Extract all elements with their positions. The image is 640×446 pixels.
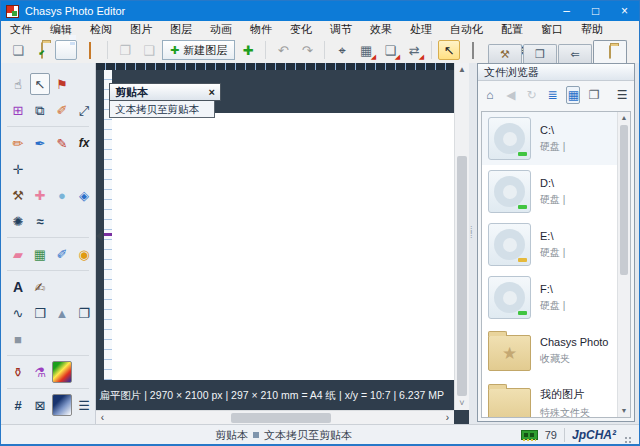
document-page[interactable] <box>112 113 454 380</box>
clone-stamp-tool[interactable]: ⚒ <box>8 184 28 206</box>
new-layer-button[interactable]: 新建图层 <box>162 40 235 60</box>
list-item-drive-e[interactable]: E:\ 硬盘 | <box>482 218 617 271</box>
scroll-left-icon[interactable] <box>96 411 109 424</box>
list-view-button[interactable] <box>546 86 560 104</box>
smudge-tool[interactable]: ≈ <box>30 210 50 232</box>
menu-adjust[interactable]: 调节 <box>321 21 361 37</box>
back-button[interactable] <box>504 86 518 104</box>
home-button[interactable] <box>483 86 497 104</box>
paste-button[interactable] <box>138 40 160 60</box>
float-tab-close-icon[interactable]: × <box>209 86 215 98</box>
fx-brush-tool[interactable]: fx <box>74 132 94 154</box>
horizontal-scroll-thumb[interactable] <box>231 413 331 423</box>
preview-mode-button[interactable] <box>462 40 484 60</box>
smart-eraser-tool[interactable]: ▦ <box>30 243 50 265</box>
shape-ellipse-tool[interactable]: ❐ <box>74 302 94 324</box>
heal-tool[interactable]: ✚ <box>30 184 50 206</box>
splash-tool[interactable]: ✺ <box>8 210 28 232</box>
menu-object[interactable]: 物件 <box>241 21 281 37</box>
menu-transform[interactable]: 变化 <box>281 21 321 37</box>
tab-import[interactable] <box>558 44 592 63</box>
vertical-scrollbar[interactable] <box>454 63 469 410</box>
dodge-sphere-tool[interactable]: ◉ <box>74 243 94 265</box>
menu-layer[interactable]: 图层 <box>161 21 201 37</box>
resize-grip[interactable] <box>625 437 633 445</box>
open-button[interactable] <box>31 40 53 60</box>
list-item-drive-f[interactable]: F:\ 硬盘 | <box>482 271 617 324</box>
clipboard-float-tab[interactable]: 剪贴本 × 文本拷贝至剪贴本 <box>109 83 221 118</box>
crop-tool[interactable]: ⧉ <box>30 99 50 121</box>
list-item-drive-d[interactable]: D:\ 硬盘 | <box>482 165 617 218</box>
free-transform-tool[interactable]: ⤢ <box>74 99 94 121</box>
add-layer-from-file-button[interactable] <box>237 40 259 60</box>
pushpin-tool[interactable]: ⚑ <box>52 73 72 95</box>
canvas-area[interactable]: 剪贴本 × 文本拷贝至剪贴本 扁平图片 | 2970 × 2100 px | 2… <box>96 63 469 424</box>
chevron-down-icon[interactable] <box>455 398 469 408</box>
tab-tools[interactable] <box>488 44 522 63</box>
adjust-lines-tool[interactable]: ☰ <box>74 394 94 416</box>
horizontal-scrollbar[interactable] <box>96 410 454 424</box>
palette-collapse-arrow-icon[interactable] <box>96 231 102 241</box>
menu-config[interactable]: 配置 <box>492 21 532 37</box>
pixel-move-tool[interactable]: ✛ <box>8 158 28 180</box>
new-document-button[interactable] <box>7 40 29 60</box>
list-item-my-pictures[interactable]: 我的图片 特殊文件夹 <box>482 377 617 418</box>
menu-automation[interactable]: 自动化 <box>441 21 492 37</box>
list-item-drive-c[interactable]: C:\ 硬盘 | <box>482 112 617 165</box>
menu-window[interactable]: 窗口 <box>532 21 572 37</box>
cube-3d-tool[interactable]: ■ <box>8 328 28 350</box>
hand-tool[interactable]: ☝ <box>8 73 28 95</box>
save-button[interactable] <box>55 40 77 60</box>
menu-review[interactable]: 检阅 <box>81 21 121 37</box>
list-item-chasys-photo[interactable]: ★ Chasys Photo 收藏夹 <box>482 324 617 377</box>
menu-file[interactable]: 文件 <box>1 21 41 37</box>
thumbnail-view-button[interactable] <box>566 86 580 104</box>
scroll-up-icon[interactable] <box>455 63 469 76</box>
hamburger-menu-button[interactable] <box>615 86 629 104</box>
menu-animation[interactable]: 动画 <box>201 21 241 37</box>
shapes-tool[interactable]: ❒ <box>30 302 50 324</box>
maximize-button[interactable]: □ <box>581 1 610 21</box>
menu-effects[interactable]: 效果 <box>361 21 401 37</box>
gradient-map-tool[interactable] <box>52 394 72 416</box>
menu-image[interactable]: 图片 <box>121 21 161 37</box>
select-tool[interactable]: ↖ <box>30 73 50 95</box>
fill-bucket-tool[interactable]: ⚱ <box>8 361 28 383</box>
pointer-mode-button[interactable] <box>438 40 460 60</box>
signature-tool[interactable]: ✍ <box>30 276 50 298</box>
refresh-button[interactable] <box>525 86 539 104</box>
image-size-button[interactable] <box>379 40 401 60</box>
tab-file-browser[interactable] <box>593 40 627 63</box>
spray-bucket-tool[interactable]: ⚗ <box>30 361 50 383</box>
eraser-tool[interactable]: ▰ <box>8 243 28 265</box>
select-rect-add-tool[interactable]: ⊞ <box>8 99 28 121</box>
close-button[interactable]: × <box>610 1 639 21</box>
curve-tool[interactable]: ∿ <box>8 302 28 324</box>
minimize-button[interactable]: – <box>552 1 581 21</box>
scroll-up-icon[interactable] <box>618 112 630 124</box>
file-list-scroll-thumb[interactable] <box>620 125 628 275</box>
panel-splitter-grip[interactable]: ⁞⁞ <box>470 228 473 238</box>
pencil-tool[interactable]: ✏ <box>8 132 28 154</box>
water-drop-tool[interactable]: ● <box>52 184 72 206</box>
menu-process[interactable]: 处理 <box>401 21 441 37</box>
mesh-grid-tool[interactable]: # <box>8 394 28 416</box>
eyedropper-tool[interactable]: ✒ <box>30 132 50 154</box>
file-list-scrollbar[interactable] <box>617 112 630 417</box>
redo-button[interactable] <box>296 40 318 60</box>
pen-eraser-tool[interactable]: ✐ <box>52 243 72 265</box>
copy-button[interactable] <box>114 40 136 60</box>
trim-canvas-button[interactable] <box>331 40 353 60</box>
text-tool[interactable]: A <box>8 276 28 298</box>
knife-tool[interactable]: ✐ <box>52 99 72 121</box>
gradient-fill-tool[interactable] <box>52 361 72 383</box>
window-mode-button[interactable] <box>79 40 101 60</box>
canvas-size-button[interactable] <box>355 40 377 60</box>
polygon-tool[interactable]: ▲ <box>52 302 72 324</box>
scroll-down-icon[interactable] <box>618 405 630 417</box>
menu-help[interactable]: 帮助 <box>572 21 612 37</box>
rotate-flip-button[interactable] <box>403 40 425 60</box>
scroll-right-icon[interactable] <box>441 411 454 424</box>
pages-view-button[interactable] <box>587 86 601 104</box>
warp-tool[interactable]: ⊠ <box>30 394 50 416</box>
